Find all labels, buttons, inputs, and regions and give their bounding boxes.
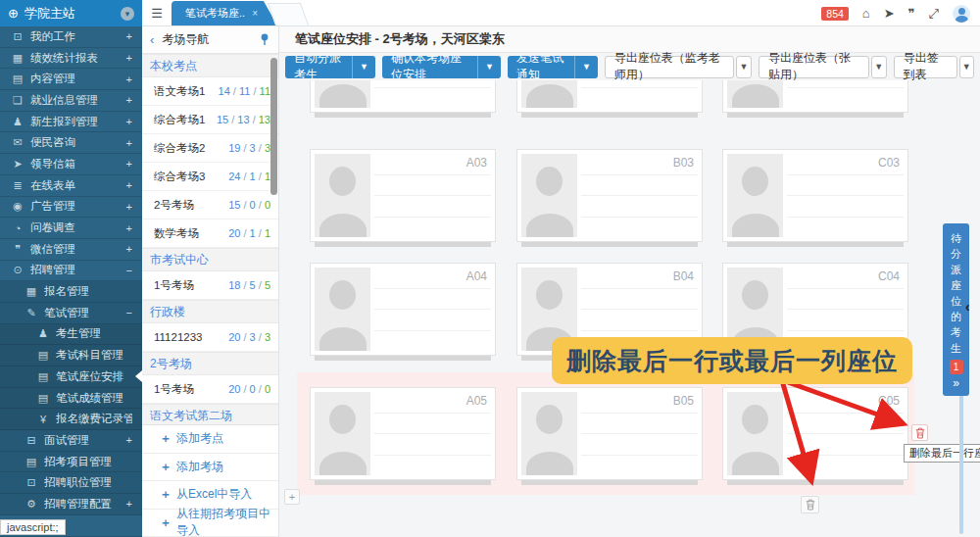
sidebar-item-label: 考生管理 — [56, 326, 132, 341]
seat-card-C03[interactable]: C03 — [722, 149, 908, 242]
user-avatar[interactable] — [953, 5, 970, 23]
seat-fields: C03 — [787, 154, 904, 237]
sidebar-toggle-icon[interactable]: ☰ — [142, 0, 172, 25]
dropdown-caret-icon[interactable]: ▼ — [477, 56, 501, 78]
seat-card-partial-0[interactable] — [310, 80, 496, 113]
sidebar-item-candidate-mgmt[interactable]: ♟考生管理 — [0, 324, 142, 346]
fullscreen-icon[interactable]: ⤢ — [929, 7, 939, 20]
sidebar-item-wechat-mgmt[interactable]: ❞微信管理+ — [0, 239, 142, 261]
delete-last-column-button[interactable] — [801, 496, 819, 513]
exam-room-counts: 15 / 13 / 13 — [217, 114, 270, 125]
sidebar-item-interview-mgmt[interactable]: ⊟面试管理+ — [0, 430, 142, 452]
page-title: 笔试座位安排 - 2号考场，天河区棠东 — [295, 30, 505, 48]
exam-room-item[interactable]: 1112123320 / 3 / 3 — [142, 323, 278, 352]
export-button-1[interactable]: 导出座位表（张贴用） — [759, 56, 869, 78]
sidebar-item-signup-mgmt[interactable]: ▦报名管理 — [0, 281, 142, 303]
room-section-header-2[interactable]: 行政楼 — [142, 300, 278, 323]
messages-icon[interactable]: ❞ — [908, 7, 915, 20]
add-row-button[interactable]: + — [284, 489, 300, 505]
sidebar-item-recruit-mgmt[interactable]: ⊙招聘管理− — [0, 261, 142, 282]
room-section-header-3[interactable]: 2号考场 — [142, 352, 278, 375]
home-icon[interactable]: ⌂ — [862, 7, 870, 20]
collapse-panel-icon[interactable]: ‹ — [150, 32, 154, 47]
nav-action-3[interactable]: ＋从往期招考项目中导入 — [142, 510, 278, 537]
sidebar-item-performance-reports[interactable]: ▦绩效统计报表+ — [0, 48, 142, 70]
sidebar-item-ad-mgmt[interactable]: ◉广告管理+ — [0, 197, 142, 219]
pin-icon[interactable] — [259, 33, 270, 46]
sidebar-item-content-mgmt[interactable]: ▤内容管理+ — [0, 69, 142, 90]
export-button-2[interactable]: 导出签到表 — [894, 56, 957, 78]
sidebar-item-freshman-registration[interactable]: ♟新生报到管理+ — [0, 112, 142, 133]
sidebar-item-online-forms[interactable]: ≣在线表单+ — [0, 175, 142, 197]
sidebar-item-label: 问卷调查 — [30, 220, 122, 235]
exam-room-item[interactable]: 数学考场20 / 1 / 1 — [142, 220, 278, 248]
room-section-header-1[interactable]: 市考试中心 — [142, 248, 278, 271]
sidebar-item-exam-subject-mgmt[interactable]: ▤考试科目管理 — [0, 345, 142, 366]
exam-room-item[interactable]: 2号考场15 / 0 / 0 — [142, 191, 278, 220]
sidebar-item-payment-records[interactable]: ¥报名缴费记录管理 — [0, 409, 142, 430]
sidebar-header[interactable]: ⊕ 学院主站 ▾ — [0, 0, 142, 26]
sidebar-item-leader-mailbox[interactable]: ➤领导信箱+ — [0, 154, 142, 175]
notification-badge[interactable]: 854 — [821, 7, 849, 21]
sidebar-item-written-exam-mgmt[interactable]: ✎笔试管理− — [0, 303, 142, 324]
room-section-header-0[interactable]: 本校考点 — [142, 54, 278, 77]
main-panel: 笔试座位安排 - 2号考场，天河区棠东 自动分派考生▼确认本考场座位安排▼发送笔… — [279, 26, 980, 537]
dropdown-caret-icon[interactable]: ▼ — [871, 56, 887, 78]
expand-plus-icon: + — [126, 243, 132, 255]
exam-room-item[interactable]: 语文考场114 / 11 / 11 — [142, 77, 278, 106]
dropdown-caret-icon[interactable]: ▼ — [352, 56, 375, 78]
seat-fields: B03 — [581, 154, 698, 237]
primary-button-0[interactable]: 自动分派考生▼ — [285, 56, 375, 78]
exam-room-item[interactable]: 综合考场115 / 13 / 13 — [142, 106, 278, 134]
sidebar-item-public-consult[interactable]: ✉便民咨询+ — [0, 132, 142, 154]
seat-card-partial-2[interactable] — [722, 80, 908, 113]
send-icon[interactable]: ➤ — [884, 7, 895, 20]
nav-action-1[interactable]: ＋添加考场 — [142, 454, 278, 482]
seat-field-row — [787, 218, 904, 238]
sidebar-item-written-score-mgmt[interactable]: ▤笔试成绩管理 — [0, 388, 142, 410]
seat-card-B03[interactable]: B03 — [516, 149, 703, 242]
right-scrollbar-track[interactable] — [959, 390, 963, 534]
delete-last-row-button[interactable] — [911, 424, 928, 441]
sidebar-item-employment-info[interactable]: ❏就业信息管理+ — [0, 90, 142, 112]
chevron-down-circle-icon[interactable]: ▾ — [121, 7, 134, 21]
primary-button-2[interactable]: 发送笔试通知▼ — [508, 56, 598, 78]
pending-tab-char: 分 — [943, 246, 969, 262]
export-button-0[interactable]: 导出座位表（监考老师用） — [605, 56, 734, 78]
sidebar-item-written-seat-arrangement[interactable]: ▤笔试座位安排 — [0, 366, 142, 388]
sidebar-item-my-work[interactable]: ⊡我的工作+ — [0, 26, 142, 48]
seat-card-A05[interactable]: A05 — [310, 387, 496, 480]
file-icon: ▤ — [35, 370, 51, 383]
sidebar-item-label: 考试科目管理 — [56, 348, 132, 363]
seat-field-row — [787, 88, 904, 109]
tab-written-exam-room[interactable]: 笔试考场座.. × — [172, 1, 277, 25]
dropdown-caret-icon[interactable]: ▼ — [574, 56, 598, 78]
expand-tab-icon[interactable]: » — [943, 376, 969, 390]
seat-card-B05[interactable]: B05 — [516, 387, 703, 480]
seat-card-C05[interactable]: C05 — [722, 387, 908, 480]
dropdown-caret-icon[interactable]: ▼ — [736, 56, 752, 78]
exam-room-item[interactable]: 综合考场324 / 1 / 1 — [142, 163, 278, 191]
nav-action-2[interactable]: ＋从Excel中导入 — [142, 481, 278, 510]
expand-plus-icon: + — [126, 94, 132, 106]
sidebar-item-recruit-position-mgmt[interactable]: ⊡招聘职位管理 — [0, 472, 142, 494]
seat-card-partial-1[interactable] — [516, 80, 703, 113]
tab-close-icon[interactable]: × — [252, 8, 258, 19]
seat-card-A04[interactable]: A04 — [310, 263, 496, 356]
panel-collapse-handle[interactable]: ‹ — [965, 299, 970, 315]
exam-room-item[interactable]: 1号考场20 / 0 / 0 — [142, 375, 278, 404]
exam-room-item[interactable]: 1号考场18 / 5 / 5 — [142, 271, 278, 300]
seat-code: B05 — [673, 392, 698, 408]
dropdown-caret-icon[interactable]: ▼ — [959, 56, 974, 78]
primary-button-1[interactable]: 确认本考场座位安排▼ — [382, 56, 501, 78]
sidebar-item-recruit-project-mgmt[interactable]: ▤招考项目管理 — [0, 452, 142, 473]
seat-card-A03[interactable]: A03 — [310, 149, 496, 242]
pending-tab-char: 派 — [943, 262, 969, 277]
nav-scrollbar-thumb[interactable] — [270, 58, 277, 195]
site-title: 学院主站 — [24, 5, 121, 23]
nav-action-0[interactable]: ＋添加考点 — [142, 425, 278, 454]
sidebar-item-recruit-config[interactable]: ⚙招聘管理配置+ — [0, 494, 142, 515]
exam-room-name: 综合考场3 — [154, 170, 228, 184]
exam-room-item[interactable]: 综合考场219 / 3 / 3 — [142, 134, 278, 163]
sidebar-item-survey[interactable]: ◔问卷调查+ — [0, 218, 142, 239]
